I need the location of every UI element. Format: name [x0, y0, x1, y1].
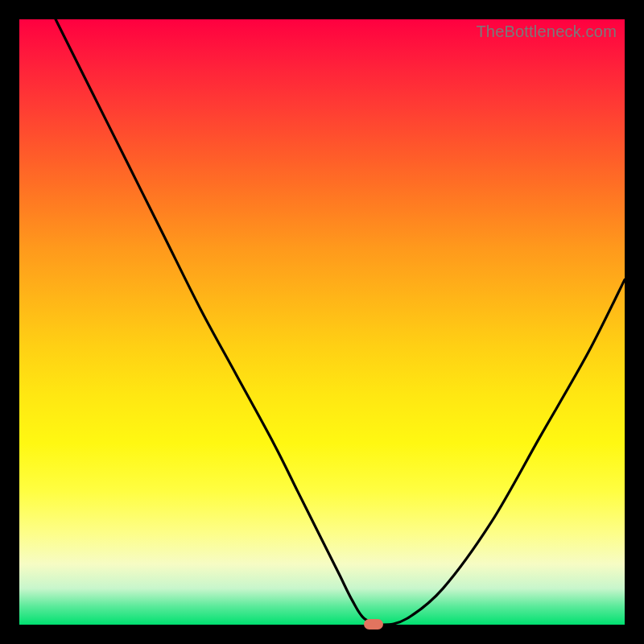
- plot-area: TheBottleneck.com: [19, 19, 625, 625]
- optimum-marker: [364, 619, 383, 630]
- chart-frame: TheBottleneck.com: [0, 0, 644, 644]
- bottleneck-curve: [19, 19, 625, 625]
